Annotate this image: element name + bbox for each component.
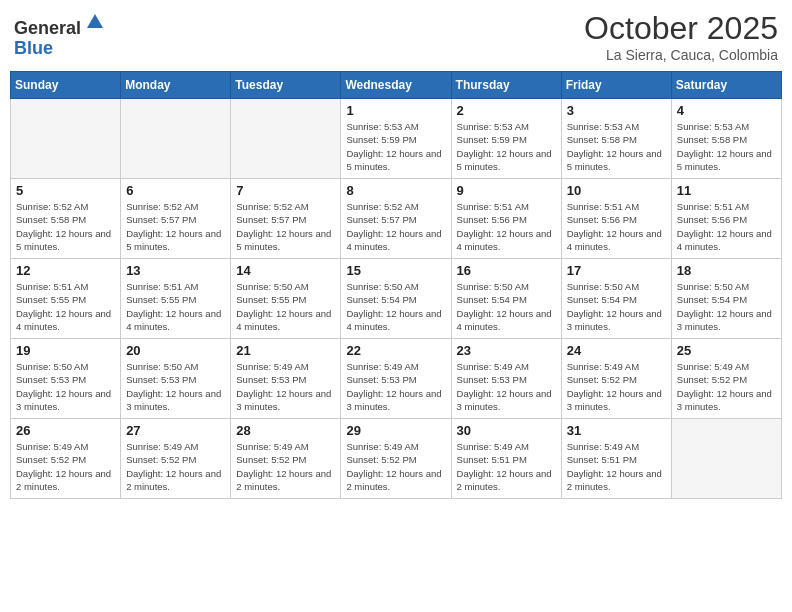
day-number: 24 (567, 343, 666, 358)
day-info: Sunrise: 5:52 AMSunset: 5:57 PMDaylight:… (236, 200, 335, 253)
calendar-cell: 5Sunrise: 5:52 AMSunset: 5:58 PMDaylight… (11, 179, 121, 259)
calendar-cell: 21Sunrise: 5:49 AMSunset: 5:53 PMDayligh… (231, 339, 341, 419)
day-info: Sunrise: 5:49 AMSunset: 5:52 PMDaylight:… (677, 360, 776, 413)
day-number: 5 (16, 183, 115, 198)
calendar-cell: 7Sunrise: 5:52 AMSunset: 5:57 PMDaylight… (231, 179, 341, 259)
header-saturday: Saturday (671, 72, 781, 99)
month-title: October 2025 (584, 10, 778, 47)
calendar-cell: 6Sunrise: 5:52 AMSunset: 5:57 PMDaylight… (121, 179, 231, 259)
day-info: Sunrise: 5:49 AMSunset: 5:51 PMDaylight:… (457, 440, 556, 493)
day-number: 28 (236, 423, 335, 438)
day-number: 30 (457, 423, 556, 438)
calendar-cell: 8Sunrise: 5:52 AMSunset: 5:57 PMDaylight… (341, 179, 451, 259)
day-number: 3 (567, 103, 666, 118)
calendar-cell (231, 99, 341, 179)
header-thursday: Thursday (451, 72, 561, 99)
day-number: 31 (567, 423, 666, 438)
title-block: October 2025 La Sierra, Cauca, Colombia (584, 10, 778, 63)
day-info: Sunrise: 5:52 AMSunset: 5:57 PMDaylight:… (346, 200, 445, 253)
day-info: Sunrise: 5:50 AMSunset: 5:54 PMDaylight:… (567, 280, 666, 333)
logo-blue: Blue (14, 38, 53, 58)
calendar-cell: 9Sunrise: 5:51 AMSunset: 5:56 PMDaylight… (451, 179, 561, 259)
day-number: 20 (126, 343, 225, 358)
day-number: 12 (16, 263, 115, 278)
calendar-cell: 17Sunrise: 5:50 AMSunset: 5:54 PMDayligh… (561, 259, 671, 339)
day-info: Sunrise: 5:50 AMSunset: 5:54 PMDaylight:… (677, 280, 776, 333)
day-number: 21 (236, 343, 335, 358)
day-info: Sunrise: 5:53 AMSunset: 5:58 PMDaylight:… (567, 120, 666, 173)
day-number: 17 (567, 263, 666, 278)
day-info: Sunrise: 5:49 AMSunset: 5:52 PMDaylight:… (236, 440, 335, 493)
day-info: Sunrise: 5:50 AMSunset: 5:55 PMDaylight:… (236, 280, 335, 333)
day-number: 4 (677, 103, 776, 118)
header-monday: Monday (121, 72, 231, 99)
day-number: 23 (457, 343, 556, 358)
day-info: Sunrise: 5:49 AMSunset: 5:53 PMDaylight:… (457, 360, 556, 413)
week-row-1: 1Sunrise: 5:53 AMSunset: 5:59 PMDaylight… (11, 99, 782, 179)
calendar-cell: 29Sunrise: 5:49 AMSunset: 5:52 PMDayligh… (341, 419, 451, 499)
calendar-cell: 20Sunrise: 5:50 AMSunset: 5:53 PMDayligh… (121, 339, 231, 419)
header-tuesday: Tuesday (231, 72, 341, 99)
day-number: 22 (346, 343, 445, 358)
week-row-2: 5Sunrise: 5:52 AMSunset: 5:58 PMDaylight… (11, 179, 782, 259)
day-number: 16 (457, 263, 556, 278)
calendar-cell (11, 99, 121, 179)
calendar-cell: 31Sunrise: 5:49 AMSunset: 5:51 PMDayligh… (561, 419, 671, 499)
header-friday: Friday (561, 72, 671, 99)
calendar-cell: 16Sunrise: 5:50 AMSunset: 5:54 PMDayligh… (451, 259, 561, 339)
calendar-cell: 27Sunrise: 5:49 AMSunset: 5:52 PMDayligh… (121, 419, 231, 499)
calendar-cell: 2Sunrise: 5:53 AMSunset: 5:59 PMDaylight… (451, 99, 561, 179)
header-sunday: Sunday (11, 72, 121, 99)
day-info: Sunrise: 5:51 AMSunset: 5:56 PMDaylight:… (457, 200, 556, 253)
svg-marker-0 (87, 14, 103, 28)
logo-general: General (14, 18, 81, 38)
day-number: 8 (346, 183, 445, 198)
page-header: General Blue October 2025 La Sierra, Cau… (10, 10, 782, 63)
calendar-cell: 26Sunrise: 5:49 AMSunset: 5:52 PMDayligh… (11, 419, 121, 499)
week-row-3: 12Sunrise: 5:51 AMSunset: 5:55 PMDayligh… (11, 259, 782, 339)
day-number: 13 (126, 263, 225, 278)
location: La Sierra, Cauca, Colombia (584, 47, 778, 63)
week-row-5: 26Sunrise: 5:49 AMSunset: 5:52 PMDayligh… (11, 419, 782, 499)
calendar-cell (121, 99, 231, 179)
day-info: Sunrise: 5:49 AMSunset: 5:52 PMDaylight:… (16, 440, 115, 493)
calendar-cell (671, 419, 781, 499)
day-info: Sunrise: 5:50 AMSunset: 5:53 PMDaylight:… (16, 360, 115, 413)
day-number: 11 (677, 183, 776, 198)
day-number: 2 (457, 103, 556, 118)
logo-icon (83, 10, 107, 34)
day-info: Sunrise: 5:51 AMSunset: 5:55 PMDaylight:… (126, 280, 225, 333)
day-info: Sunrise: 5:51 AMSunset: 5:55 PMDaylight:… (16, 280, 115, 333)
day-info: Sunrise: 5:53 AMSunset: 5:58 PMDaylight:… (677, 120, 776, 173)
day-number: 25 (677, 343, 776, 358)
day-number: 10 (567, 183, 666, 198)
calendar-header-row: SundayMondayTuesdayWednesdayThursdayFrid… (11, 72, 782, 99)
calendar-cell: 3Sunrise: 5:53 AMSunset: 5:58 PMDaylight… (561, 99, 671, 179)
day-number: 27 (126, 423, 225, 438)
calendar-cell: 10Sunrise: 5:51 AMSunset: 5:56 PMDayligh… (561, 179, 671, 259)
calendar-cell: 23Sunrise: 5:49 AMSunset: 5:53 PMDayligh… (451, 339, 561, 419)
day-number: 26 (16, 423, 115, 438)
day-number: 29 (346, 423, 445, 438)
day-number: 7 (236, 183, 335, 198)
day-number: 14 (236, 263, 335, 278)
day-info: Sunrise: 5:53 AMSunset: 5:59 PMDaylight:… (346, 120, 445, 173)
logo: General Blue (14, 10, 107, 59)
calendar-cell: 24Sunrise: 5:49 AMSunset: 5:52 PMDayligh… (561, 339, 671, 419)
day-info: Sunrise: 5:52 AMSunset: 5:57 PMDaylight:… (126, 200, 225, 253)
day-number: 9 (457, 183, 556, 198)
day-info: Sunrise: 5:49 AMSunset: 5:53 PMDaylight:… (236, 360, 335, 413)
day-info: Sunrise: 5:53 AMSunset: 5:59 PMDaylight:… (457, 120, 556, 173)
day-info: Sunrise: 5:49 AMSunset: 5:51 PMDaylight:… (567, 440, 666, 493)
calendar-cell: 12Sunrise: 5:51 AMSunset: 5:55 PMDayligh… (11, 259, 121, 339)
calendar-cell: 22Sunrise: 5:49 AMSunset: 5:53 PMDayligh… (341, 339, 451, 419)
calendar-cell: 11Sunrise: 5:51 AMSunset: 5:56 PMDayligh… (671, 179, 781, 259)
day-number: 18 (677, 263, 776, 278)
day-info: Sunrise: 5:49 AMSunset: 5:52 PMDaylight:… (567, 360, 666, 413)
day-info: Sunrise: 5:51 AMSunset: 5:56 PMDaylight:… (567, 200, 666, 253)
calendar-cell: 28Sunrise: 5:49 AMSunset: 5:52 PMDayligh… (231, 419, 341, 499)
calendar-cell: 15Sunrise: 5:50 AMSunset: 5:54 PMDayligh… (341, 259, 451, 339)
calendar-cell: 19Sunrise: 5:50 AMSunset: 5:53 PMDayligh… (11, 339, 121, 419)
day-number: 15 (346, 263, 445, 278)
day-info: Sunrise: 5:50 AMSunset: 5:54 PMDaylight:… (457, 280, 556, 333)
